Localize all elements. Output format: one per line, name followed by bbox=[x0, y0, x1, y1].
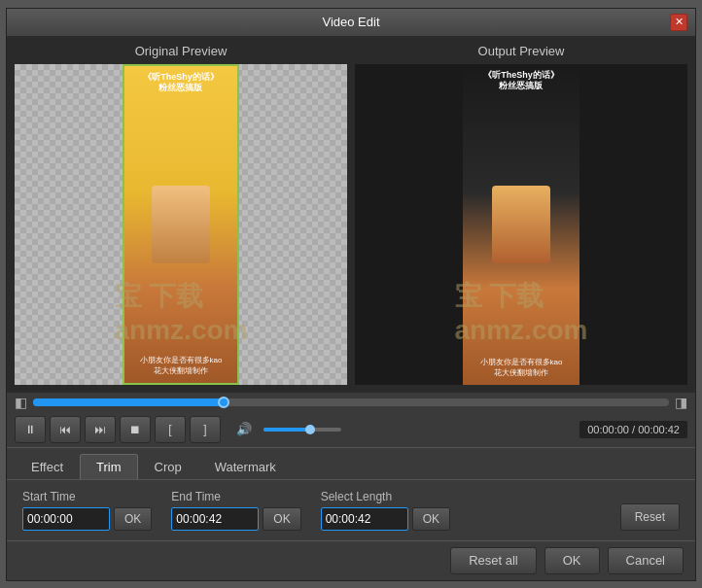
timeline-right-icon: ◨ bbox=[671, 395, 691, 410]
time-current: 00:00:00 bbox=[587, 424, 629, 435]
pause-button[interactable]: ⏸ bbox=[15, 416, 46, 443]
original-video-subtitle: 小朋友你是否有很多kao 花大侠翻墙制作 bbox=[140, 355, 223, 376]
preview-area: Original Preview 《听TheShy的话》 粉丝恶搞版 小朋友你是… bbox=[7, 36, 695, 393]
trim-tab-content: Start Time OK End Time OK bbox=[7, 479, 695, 540]
close-button[interactable]: ✕ bbox=[670, 14, 687, 31]
start-time-input-row: OK bbox=[22, 507, 152, 531]
bottom-bar: Reset all OK Cancel bbox=[7, 540, 695, 580]
start-time-field: Start Time OK bbox=[22, 490, 152, 531]
output-preview-panel: Output Preview 《听TheShy的话》 粉丝恶搞版 小朋友你是否有… bbox=[355, 44, 687, 385]
length-label: Select Length bbox=[321, 490, 450, 503]
volume-slider[interactable] bbox=[263, 428, 341, 432]
end-time-input[interactable] bbox=[171, 507, 259, 531]
video-edit-window: Video Edit ✕ Original Preview 《听TheShy的话… bbox=[6, 8, 696, 581]
end-time-label: End Time bbox=[171, 490, 300, 503]
window-title: Video Edit bbox=[32, 15, 670, 29]
end-time-field: End Time OK bbox=[171, 490, 300, 531]
time-total: 00:00:42 bbox=[638, 424, 680, 435]
mark-out-button[interactable]: ] bbox=[190, 416, 221, 443]
tab-watermark[interactable]: Watermark bbox=[198, 454, 293, 479]
length-ok-button[interactable]: OK bbox=[412, 507, 450, 531]
output-preview-label: Output Preview bbox=[478, 44, 565, 58]
volume-icon: 🔊 bbox=[236, 422, 252, 436]
output-preview-box: 《听TheShy的话》 粉丝恶搞版 小朋友你是否有很多kao 花大侠翻墙制作 宝… bbox=[355, 64, 687, 385]
controls-area: ◧ ◨ ⏸ ⏮ ⏭ ⏹ [ ] 🔊 00:00:00 / 00:00:42 bbox=[7, 393, 695, 540]
original-video-thumb: 《听TheShy的话》 粉丝恶搞版 小朋友你是否有很多kao 花大侠翻墙制作 bbox=[123, 64, 239, 385]
original-video-person bbox=[152, 186, 210, 263]
time-display: 00:00:00 / 00:00:42 bbox=[579, 421, 687, 438]
transport-row: ⏸ ⏮ ⏭ ⏹ [ ] 🔊 00:00:00 / 00:00:42 bbox=[7, 412, 695, 447]
start-time-input[interactable] bbox=[22, 507, 110, 531]
end-time-ok-button[interactable]: OK bbox=[263, 507, 300, 531]
trim-fields-row: Start Time OK End Time OK bbox=[22, 490, 680, 531]
tabs-row: Effect Trim Crop Watermark bbox=[7, 447, 695, 479]
end-time-input-row: OK bbox=[171, 507, 300, 531]
start-time-label: Start Time bbox=[22, 490, 152, 503]
tab-effect[interactable]: Effect bbox=[15, 454, 80, 479]
step-forward-button[interactable]: ⏭ bbox=[85, 416, 116, 443]
original-preview-panel: Original Preview 《听TheShy的话》 粉丝恶搞版 小朋友你是… bbox=[15, 44, 347, 385]
ok-button[interactable]: OK bbox=[544, 547, 600, 574]
mark-in-button[interactable]: [ bbox=[155, 416, 186, 443]
length-input-row: OK bbox=[321, 507, 450, 531]
original-preview-box: 《听TheShy的话》 粉丝恶搞版 小朋友你是否有很多kao 花大侠翻墙制作 宝… bbox=[15, 64, 347, 385]
output-video-person bbox=[492, 186, 550, 263]
tab-crop[interactable]: Crop bbox=[138, 454, 198, 479]
start-time-ok-button[interactable]: OK bbox=[114, 507, 152, 531]
volume-fill bbox=[263, 428, 310, 432]
original-video-title: 《听TheShy的话》 粉丝恶搞版 bbox=[143, 72, 219, 94]
timeline-left-icon: ◧ bbox=[11, 395, 31, 410]
original-preview-label: Original Preview bbox=[135, 44, 228, 58]
reset-all-button[interactable]: Reset all bbox=[450, 547, 537, 574]
timeline-row: ◧ ◨ bbox=[7, 393, 695, 412]
trim-reset-button[interactable]: Reset bbox=[620, 503, 680, 531]
length-input[interactable] bbox=[321, 507, 408, 531]
title-bar: Video Edit ✕ bbox=[7, 9, 695, 36]
step-back-button[interactable]: ⏮ bbox=[50, 416, 81, 443]
volume-handle[interactable] bbox=[305, 425, 315, 434]
tab-trim[interactable]: Trim bbox=[80, 454, 138, 479]
output-video-subtitle: 小朋友你是否有很多kao 花大侠翻墙制作 bbox=[480, 357, 563, 378]
length-field: Select Length OK bbox=[321, 490, 450, 531]
timeline-handle[interactable] bbox=[218, 397, 229, 408]
cancel-button[interactable]: Cancel bbox=[608, 547, 684, 574]
stop-button[interactable]: ⏹ bbox=[120, 416, 151, 443]
output-video-thumb: 《听TheShy的话》 粉丝恶搞版 小朋友你是否有很多kao 花大侠翻墙制作 bbox=[463, 64, 579, 385]
output-video-title: 《听TheShy的话》 粉丝恶搞版 bbox=[483, 70, 559, 92]
